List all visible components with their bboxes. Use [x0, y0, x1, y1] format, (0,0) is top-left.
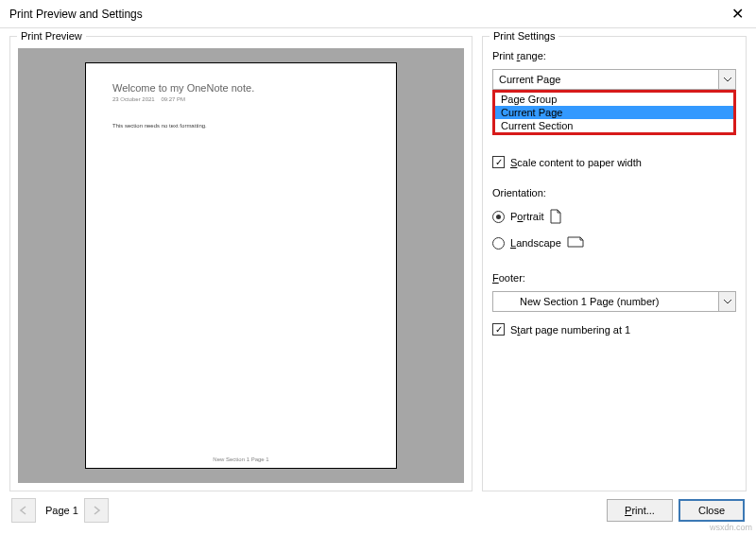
titlebar: Print Preview and Settings ✕ — [0, 0, 756, 28]
page-time: 09:27 PM — [161, 96, 185, 102]
dialog-body: Print Preview Welcome to my OneNote note… — [0, 28, 756, 491]
page-indicator: Page 1 — [45, 505, 78, 516]
preview-group-box: Welcome to my OneNote note. 23 October 2… — [9, 36, 472, 491]
print-range-value: Current Page — [493, 74, 718, 85]
settings-group-label: Print Settings — [490, 30, 558, 42]
dropdown-item-current-section[interactable]: Current Section — [495, 119, 733, 132]
page-meta: 23 October 2021 09:27 PM — [112, 96, 369, 102]
dropdown-item-current-page[interactable]: Current Page — [495, 106, 733, 119]
page-body: This section needs no text formatting. — [112, 123, 369, 129]
bottom-bar: Page 1 Print... Close — [0, 491, 756, 529]
print-range-select[interactable]: Current Page — [492, 69, 736, 90]
preview-panel: Print Preview Welcome to my OneNote note… — [9, 36, 472, 491]
start-numbering-checkbox[interactable]: ✓ — [492, 323, 505, 336]
scale-label: Scale content to paper width — [510, 157, 642, 168]
start-numbering-label: Start page numbering at 1 — [510, 324, 630, 336]
preview-page: Welcome to my OneNote note. 23 October 2… — [85, 62, 397, 469]
chevron-down-icon[interactable] — [718, 70, 735, 89]
page-title: Welcome to my OneNote note. — [112, 82, 369, 94]
watermark: wsxdn.com — [710, 523, 752, 532]
prev-page-button[interactable] — [11, 498, 36, 523]
landscape-label: Landscape — [510, 237, 561, 249]
dropdown-item-page-group[interactable]: Page Group — [495, 93, 733, 106]
footer-value: New Section 1 Page (number) — [514, 296, 718, 307]
preview-group-label: Print Preview — [17, 30, 86, 42]
titlebar-title: Print Preview and Settings — [9, 8, 718, 21]
settings-panel: Print Settings Print range: Current Page… — [482, 36, 747, 491]
portrait-radio[interactable] — [492, 211, 505, 223]
scale-content-row[interactable]: ✓ Scale content to paper width — [492, 156, 736, 168]
page-footer: New Section 1 Page 1 — [86, 456, 396, 462]
close-button[interactable]: Close — [679, 499, 745, 522]
settings-group-box: Print range: Current Page Page Group Cur… — [482, 36, 747, 491]
portrait-row[interactable]: Portrait — [492, 209, 736, 224]
print-range-label: Print range: — [492, 50, 736, 61]
print-range-dropdown-wrap: Current Page Page Group Current Page Cur… — [492, 69, 736, 90]
portrait-icon — [549, 209, 562, 224]
orientation-label: Orientation: — [492, 187, 736, 198]
footer-label: Footer: — [492, 272, 736, 284]
next-page-button[interactable] — [84, 498, 109, 523]
preview-area: Welcome to my OneNote note. 23 October 2… — [18, 48, 464, 483]
footer-select[interactable]: New Section 1 Page (number) — [492, 291, 736, 312]
page-date: 23 October 2021 — [112, 96, 155, 102]
arrow-left-icon — [19, 506, 28, 515]
start-numbering-row[interactable]: ✓ Start page numbering at 1 — [492, 323, 736, 336]
portrait-label: Portrait — [510, 211, 543, 222]
print-range-dropdown: Page Group Current Page Current Section — [492, 90, 736, 135]
landscape-row[interactable]: Landscape — [492, 235, 736, 250]
scale-checkbox[interactable]: ✓ — [492, 156, 505, 168]
close-icon[interactable]: ✕ — [718, 0, 756, 28]
print-button[interactable]: Print... — [607, 499, 673, 522]
arrow-right-icon — [92, 506, 101, 515]
landscape-icon — [567, 235, 580, 250]
chevron-down-icon[interactable] — [718, 292, 735, 311]
landscape-radio[interactable] — [492, 237, 505, 250]
